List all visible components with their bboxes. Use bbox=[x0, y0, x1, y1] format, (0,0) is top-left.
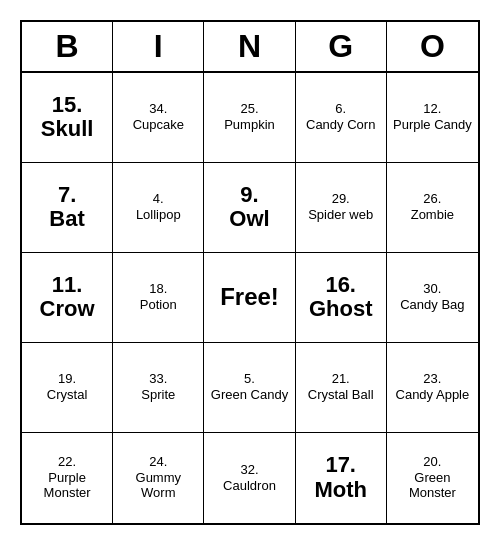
header-letter: O bbox=[387, 22, 478, 71]
bingo-cell: 23.Candy Apple bbox=[387, 343, 478, 433]
cell-name: Pumpkin bbox=[224, 117, 275, 133]
cell-name: Cupcake bbox=[133, 117, 184, 133]
cell-name: Candy Apple bbox=[396, 387, 470, 403]
cell-name: Purple Candy bbox=[393, 117, 472, 133]
bingo-cell: 26.Zombie bbox=[387, 163, 478, 253]
cell-name: Purple Monster bbox=[26, 470, 108, 501]
bingo-cell: 17.Moth bbox=[296, 433, 387, 523]
bingo-grid: 15.Skull34.Cupcake25.Pumpkin6.Candy Corn… bbox=[22, 73, 478, 523]
bingo-cell: 30.Candy Bag bbox=[387, 253, 478, 343]
cell-name: Green Candy bbox=[211, 387, 288, 403]
bingo-cell: 16.Ghost bbox=[296, 253, 387, 343]
cell-number: 7. bbox=[58, 183, 76, 207]
cell-name: Bat bbox=[49, 207, 84, 231]
bingo-cell: 5.Green Candy bbox=[204, 343, 295, 433]
cell-name: Crystal bbox=[47, 387, 87, 403]
bingo-cell: 25.Pumpkin bbox=[204, 73, 295, 163]
bingo-cell: 32.Cauldron bbox=[204, 433, 295, 523]
cell-name: Potion bbox=[140, 297, 177, 313]
cell-number: 11. bbox=[52, 273, 83, 297]
cell-number: 25. bbox=[240, 101, 258, 117]
cell-number: 12. bbox=[423, 101, 441, 117]
cell-name: Cauldron bbox=[223, 478, 276, 494]
cell-name: Spider web bbox=[308, 207, 373, 223]
bingo-cell: 21.Crystal Ball bbox=[296, 343, 387, 433]
bingo-cell: 34.Cupcake bbox=[113, 73, 204, 163]
bingo-cell: 12.Purple Candy bbox=[387, 73, 478, 163]
cell-number: 20. bbox=[423, 454, 441, 470]
cell-name: Zombie bbox=[411, 207, 454, 223]
cell-number: 6. bbox=[335, 101, 346, 117]
cell-name: Gummy Worm bbox=[117, 470, 199, 501]
bingo-cell: 22.Purple Monster bbox=[22, 433, 113, 523]
cell-name: Candy Bag bbox=[400, 297, 464, 313]
cell-number: 29. bbox=[332, 191, 350, 207]
bingo-card: BINGO 15.Skull34.Cupcake25.Pumpkin6.Cand… bbox=[20, 20, 480, 525]
cell-name: Moth bbox=[314, 478, 367, 502]
cell-number: 18. bbox=[149, 281, 167, 297]
cell-name: Green Monster bbox=[391, 470, 474, 501]
header-letter: I bbox=[113, 22, 204, 71]
bingo-cell: 7.Bat bbox=[22, 163, 113, 253]
header-letter: G bbox=[296, 22, 387, 71]
bingo-cell: 18.Potion bbox=[113, 253, 204, 343]
cell-number: 5. bbox=[244, 371, 255, 387]
cell-name: Lollipop bbox=[136, 207, 181, 223]
cell-number: 19. bbox=[58, 371, 76, 387]
bingo-cell: 6.Candy Corn bbox=[296, 73, 387, 163]
bingo-cell: 4.Lollipop bbox=[113, 163, 204, 253]
free-space: Free! bbox=[220, 283, 279, 311]
cell-name: Skull bbox=[41, 117, 94, 141]
cell-number: 4. bbox=[153, 191, 164, 207]
cell-number: 33. bbox=[149, 371, 167, 387]
bingo-cell: 11.Crow bbox=[22, 253, 113, 343]
cell-name: Owl bbox=[229, 207, 269, 231]
cell-number: 32. bbox=[240, 462, 258, 478]
bingo-cell: 15.Skull bbox=[22, 73, 113, 163]
bingo-cell: 29.Spider web bbox=[296, 163, 387, 253]
cell-number: 26. bbox=[423, 191, 441, 207]
bingo-cell: Free! bbox=[204, 253, 295, 343]
cell-number: 30. bbox=[423, 281, 441, 297]
cell-number: 15. bbox=[52, 93, 83, 117]
bingo-cell: 24.Gummy Worm bbox=[113, 433, 204, 523]
bingo-header: BINGO bbox=[22, 22, 478, 73]
header-letter: N bbox=[204, 22, 295, 71]
cell-name: Candy Corn bbox=[306, 117, 375, 133]
bingo-cell: 19.Crystal bbox=[22, 343, 113, 433]
cell-number: 9. bbox=[240, 183, 258, 207]
cell-name: Ghost bbox=[309, 297, 373, 321]
bingo-cell: 33.Sprite bbox=[113, 343, 204, 433]
cell-name: Sprite bbox=[141, 387, 175, 403]
header-letter: B bbox=[22, 22, 113, 71]
cell-number: 16. bbox=[325, 273, 356, 297]
bingo-cell: 9.Owl bbox=[204, 163, 295, 253]
cell-name: Crystal Ball bbox=[308, 387, 374, 403]
cell-number: 34. bbox=[149, 101, 167, 117]
bingo-cell: 20.Green Monster bbox=[387, 433, 478, 523]
cell-name: Crow bbox=[40, 297, 95, 321]
cell-number: 21. bbox=[332, 371, 350, 387]
cell-number: 22. bbox=[58, 454, 76, 470]
cell-number: 24. bbox=[149, 454, 167, 470]
cell-number: 23. bbox=[423, 371, 441, 387]
cell-number: 17. bbox=[325, 453, 356, 477]
